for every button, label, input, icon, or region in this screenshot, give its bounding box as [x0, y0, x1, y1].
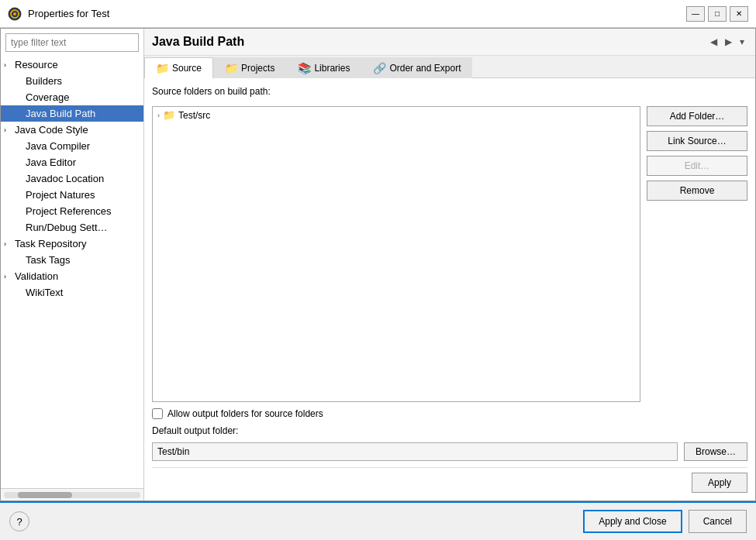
content-panel: Java Build Path ◀ ▶ ▾ 📁Source📁Projects📚L… — [144, 29, 755, 500]
help-button[interactable]: ? — [9, 511, 29, 531]
tab-icon-libraries: 📚 — [298, 62, 311, 74]
sidebar-item-label: Coverage — [26, 91, 69, 103]
allow-output-checkbox[interactable] — [152, 408, 163, 419]
maximize-button[interactable]: □ — [708, 6, 727, 22]
tab-icon-projects: 📁 — [225, 62, 238, 74]
allow-output-label[interactable]: Allow output folders for source folders — [167, 408, 323, 419]
expand-arrow-icon: › — [4, 61, 12, 69]
sidebar-item-project-references[interactable]: Project References — [1, 203, 143, 219]
tab-projects[interactable]: 📁Projects — [213, 57, 286, 78]
tab-icon-order-export: 🔗 — [373, 62, 386, 74]
sidebar-item-label: Java Code Style — [15, 124, 88, 136]
window-controls: — □ ✕ — [686, 6, 748, 22]
sidebar-item-label: Java Editor — [26, 156, 76, 168]
checkbox-row: Allow output folders for source folders — [152, 408, 747, 419]
tab-label-libraries: Libraries — [314, 63, 350, 74]
sidebar-item-label: Builders — [26, 75, 62, 87]
sidebar-item-task-repository[interactable]: ›Task Repository — [1, 236, 143, 252]
content-apply-row: Apply — [152, 467, 747, 493]
tab-label-source: Source — [172, 63, 202, 74]
sidebar-item-label: Project Natures — [26, 189, 95, 201]
sidebar-item-java-editor[interactable]: Java Editor — [1, 154, 143, 170]
link-source-button[interactable]: Link Source… — [647, 131, 747, 151]
tree-item[interactable]: ›📁Test/src — [153, 107, 640, 123]
add-folder-button[interactable]: Add Folder… — [647, 106, 747, 126]
output-folder-input[interactable] — [152, 442, 678, 461]
nav-dropdown-button[interactable]: ▾ — [737, 35, 747, 49]
expand-arrow-icon: › — [4, 273, 12, 280]
content-body: Source folders on build path: ›📁Test/src… — [144, 78, 755, 500]
action-buttons: Add Folder…Link Source…Edit…Remove — [647, 106, 747, 402]
tab-order-export[interactable]: 🔗Order and Export — [361, 57, 472, 78]
title-bar: Properties for Test — □ ✕ — [0, 0, 756, 28]
dialog-body: ›ResourceBuildersCoverageJava Build Path… — [0, 28, 756, 501]
sidebar-scroll-thumb — [18, 492, 72, 498]
bottom-bar: ? Apply and Close Cancel — [0, 501, 756, 540]
svg-point-2 — [13, 12, 16, 15]
sidebar-item-label: WikiText — [26, 287, 63, 298]
remove-button[interactable]: Remove — [647, 181, 747, 201]
browse-button[interactable]: Browse… — [684, 442, 747, 461]
source-panels: ›📁Test/src Add Folder…Link Source…Edit…R… — [152, 106, 747, 402]
output-folder-label: Default output folder: — [152, 425, 747, 436]
sidebar-item-label: Validation — [15, 270, 58, 282]
content-title: Java Build Path — [152, 35, 244, 49]
bottom-actions: Apply and Close Cancel — [583, 510, 747, 533]
sidebar-item-label: Task Repository — [15, 238, 86, 249]
sidebar: ›ResourceBuildersCoverageJava Build Path… — [1, 29, 144, 500]
sidebar-item-coverage[interactable]: Coverage — [1, 89, 143, 105]
sidebar-item-run-debug-settings[interactable]: Run/Debug Sett… — [1, 219, 143, 236]
sidebar-scroll-track — [4, 492, 140, 498]
sidebar-item-java-build-path[interactable]: Java Build Path — [1, 105, 143, 122]
tree-expand-icon: › — [157, 112, 160, 119]
content-header: Java Build Path ◀ ▶ ▾ — [144, 29, 755, 56]
sidebar-item-resource[interactable]: ›Resource — [1, 57, 143, 73]
sidebar-item-label: Javadoc Location — [26, 173, 104, 184]
apply-button[interactable]: Apply — [692, 473, 747, 493]
edit-button: Edit… — [647, 156, 747, 176]
sidebar-item-wikitext[interactable]: WikiText — [1, 284, 143, 301]
sidebar-item-label: Java Compiler — [26, 140, 90, 152]
sidebar-item-label: Run/Debug Sett… — [26, 222, 108, 233]
close-button[interactable]: ✕ — [730, 6, 748, 22]
tab-icon-source: 📁 — [156, 62, 169, 74]
sidebar-list: ›ResourceBuildersCoverageJava Build Path… — [1, 57, 143, 488]
app-icon — [8, 7, 22, 21]
tree-folder-icon: 📁 — [163, 109, 175, 121]
tab-label-projects: Projects — [241, 63, 274, 74]
sidebar-item-java-compiler[interactable]: Java Compiler — [1, 138, 143, 154]
sidebar-item-label: Resource — [15, 59, 58, 71]
tab-source[interactable]: 📁Source — [144, 57, 213, 78]
sidebar-item-label: Task Tags — [26, 254, 71, 266]
tab-libraries[interactable]: 📚Libraries — [286, 57, 361, 78]
nav-buttons: ◀ ▶ ▾ — [707, 35, 747, 49]
sidebar-item-task-tags[interactable]: Task Tags — [1, 252, 143, 268]
sidebar-item-java-code-style[interactable]: ›Java Code Style — [1, 122, 143, 138]
apply-and-close-button[interactable]: Apply and Close — [583, 510, 682, 533]
source-tree[interactable]: ›📁Test/src — [152, 106, 640, 402]
window-title: Properties for Test — [28, 8, 686, 19]
sidebar-item-javadoc-location[interactable]: Javadoc Location — [1, 170, 143, 187]
tab-label-order-export: Order and Export — [389, 63, 461, 74]
sidebar-item-project-natures[interactable]: Project Natures — [1, 187, 143, 203]
tree-item-label: Test/src — [178, 110, 210, 121]
sidebar-item-label: Project References — [26, 205, 112, 217]
cancel-button[interactable]: Cancel — [689, 510, 747, 533]
nav-back-button[interactable]: ◀ — [707, 35, 720, 49]
sidebar-scrollbar[interactable] — [1, 488, 143, 500]
source-folders-label: Source folders on build path: — [152, 86, 747, 97]
sidebar-item-label: Java Build Path — [26, 108, 95, 119]
sidebar-item-builders[interactable]: Builders — [1, 73, 143, 89]
minimize-button[interactable]: — — [686, 6, 705, 22]
expand-arrow-icon: › — [4, 240, 12, 248]
filter-input[interactable] — [5, 33, 139, 52]
expand-arrow-icon: › — [4, 126, 12, 134]
output-field-row: Browse… — [152, 442, 747, 461]
sidebar-item-validation[interactable]: ›Validation — [1, 268, 143, 284]
tabs-bar: 📁Source📁Projects📚Libraries🔗Order and Exp… — [144, 56, 755, 78]
output-row: Default output folder: Browse… — [152, 425, 747, 461]
nav-forward-button[interactable]: ▶ — [722, 35, 735, 49]
